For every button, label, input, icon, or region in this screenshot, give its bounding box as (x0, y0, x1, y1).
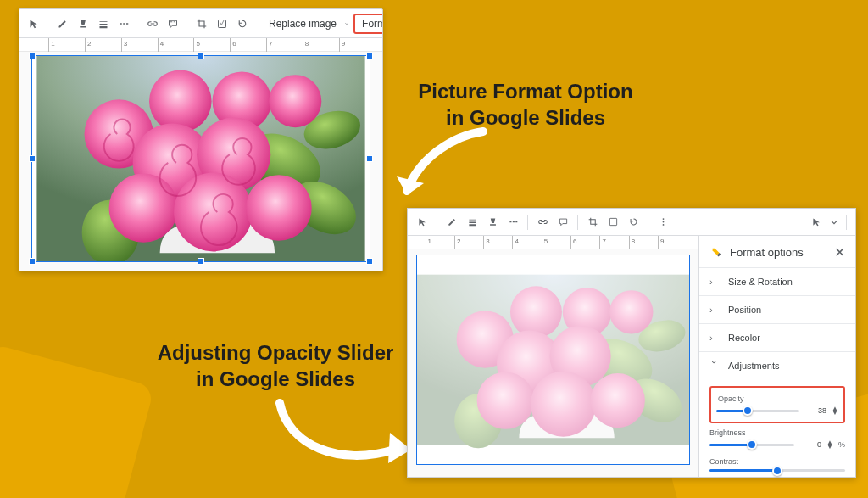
brightness-value: 0 (799, 440, 821, 449)
chevron-right-icon: › (709, 305, 720, 315)
screenshot-opacity-slider: 12 34 56 78 9 (407, 208, 856, 478)
panel-row-recolor[interactable]: › Recolor (699, 324, 855, 351)
screenshot-format-options: Replace image Format options Animate 12 … (19, 8, 383, 271)
panel-header: Format options ✕ (699, 236, 855, 267)
svg-point-16 (662, 218, 664, 220)
crop-icon[interactable] (583, 212, 602, 232)
contrast-label: Contrast (709, 457, 847, 466)
link-icon[interactable] (143, 14, 162, 34)
format-panel-icon (709, 246, 723, 260)
select-tool-icon[interactable] (25, 14, 43, 34)
arrow-1 (390, 110, 492, 212)
svg-point-32 (591, 373, 645, 428)
more-icon[interactable] (654, 212, 672, 232)
svg-point-25 (510, 286, 562, 338)
brightness-label: Brightness (709, 428, 847, 437)
reset-image-icon[interactable] (233, 14, 252, 34)
opacity-control-highlight: Opacity 38 ▲▼ (709, 386, 845, 423)
svg-point-9 (269, 75, 321, 127)
dropdown-icon[interactable] (342, 14, 352, 34)
svg-point-7 (149, 70, 212, 132)
mask-icon[interactable] (604, 212, 622, 232)
arrow-2 (263, 382, 415, 484)
panel-row-position[interactable]: › Position (699, 296, 855, 323)
format-options-panel: Format options ✕ › Size & Rotation › Pos… (698, 236, 855, 477)
comment-icon[interactable] (164, 14, 182, 34)
stepper-icon[interactable]: ▲▼ (826, 440, 833, 449)
contrast-slider[interactable] (709, 469, 845, 472)
crop-icon[interactable] (192, 14, 211, 34)
replace-image-button[interactable]: Replace image (262, 15, 343, 32)
slide-canvas[interactable] (19, 52, 382, 271)
mask-icon[interactable] (213, 14, 231, 34)
reset-image-icon[interactable] (624, 212, 643, 232)
svg-point-14 (246, 175, 311, 240)
border-weight-icon[interactable] (463, 212, 481, 232)
slide-canvas-2[interactable] (408, 249, 698, 477)
border-dash-icon[interactable] (504, 212, 522, 232)
svg-rect-15 (609, 218, 616, 225)
roses-image-faded (417, 255, 689, 464)
opacity-label: Opacity (718, 394, 838, 403)
pointer-mode-icon[interactable] (807, 212, 826, 232)
svg-point-30 (477, 372, 534, 428)
panel-title: Format options (730, 246, 804, 259)
panel-row-size-rotation[interactable]: › Size & Rotation (699, 268, 855, 295)
pencil-icon[interactable] (53, 14, 72, 34)
panel-row-adjustments[interactable]: › Adjustments (699, 352, 855, 379)
pencil-icon[interactable] (442, 212, 461, 232)
svg-point-27 (609, 290, 653, 333)
chevron-down-icon: › (709, 361, 720, 371)
border-color-icon[interactable] (74, 14, 92, 34)
toolbar: Replace image Format options Animate (19, 9, 382, 38)
chevron-right-icon: › (709, 277, 720, 287)
select-tool-icon[interactable] (413, 212, 431, 232)
ruler-2: 12 34 56 78 9 (408, 236, 698, 249)
brightness-slider[interactable] (709, 444, 794, 446)
svg-point-18 (662, 224, 664, 226)
link-icon[interactable] (533, 212, 552, 232)
svg-point-17 (662, 221, 664, 223)
chevron-right-icon: › (709, 333, 720, 343)
border-color-icon[interactable] (483, 212, 502, 232)
svg-point-12 (109, 173, 178, 242)
stepper-icon[interactable]: ▲▼ (832, 406, 838, 415)
close-icon[interactable]: ✕ (834, 244, 845, 260)
dropdown-icon[interactable] (827, 212, 841, 232)
format-options-button[interactable]: Format options (353, 14, 383, 34)
border-dash-icon[interactable] (114, 14, 133, 34)
selected-image-2[interactable] (416, 255, 690, 465)
bg-shape (0, 344, 154, 498)
toolbar-2 (408, 209, 855, 236)
border-weight-icon[interactable] (94, 14, 113, 34)
svg-point-31 (531, 372, 596, 437)
roses-image (32, 56, 370, 261)
selected-image[interactable] (31, 55, 370, 262)
comment-icon[interactable] (554, 212, 572, 232)
opacity-slider[interactable] (716, 410, 799, 412)
opacity-value: 38 (804, 406, 826, 415)
ruler: 12 34 56 78 9 (19, 38, 382, 52)
